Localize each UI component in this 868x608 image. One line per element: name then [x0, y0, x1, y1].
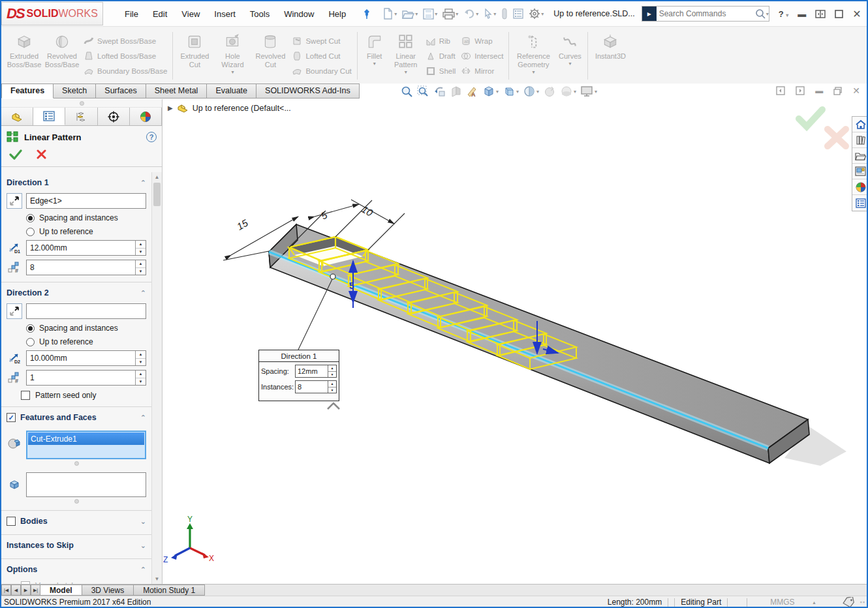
selected-edge[interactable] [269, 252, 768, 448]
graphics-viewport[interactable]: 15 5 10 5 [163, 99, 868, 584]
collapse-chevron-icon[interactable]: ⌃ [140, 289, 146, 297]
swept-boss-base-button[interactable]: Swept Boss/Base [84, 36, 167, 46]
callout-spacing-input[interactable]: 12mm ▲▼ [295, 365, 337, 378]
tab-3d-views[interactable]: 3D Views [82, 585, 134, 596]
spinner-arrows[interactable]: ▲▼ [135, 371, 146, 385]
search-scope-icon[interactable]: ▸ [642, 7, 657, 21]
view-orientation-icon[interactable]: ▾ [482, 85, 499, 98]
reference-geometry-button[interactable]: Reference Geometry ▾ [512, 29, 555, 82]
zoom-area-icon[interactable] [417, 85, 429, 98]
extruded-boss-base-button[interactable]: Extruded Boss/Base [5, 29, 43, 82]
flyout-part-label[interactable]: Up to reference (Default<... [193, 104, 291, 113]
dropdown-arrow-icon[interactable]: ▾ [373, 61, 376, 67]
dropdown-arrow-icon[interactable]: ▾ [456, 11, 458, 17]
view-settings-icon[interactable]: ▾ [580, 85, 597, 98]
direction1-up-to-reference-radio[interactable]: Up to reference [26, 227, 147, 236]
new-document-button[interactable]: ▾ [380, 7, 399, 21]
draft-button[interactable]: Draft [426, 51, 456, 61]
spinner-arrows[interactable]: ▲▼ [328, 365, 336, 377]
shell-button[interactable]: Shell [426, 66, 456, 76]
tab-scroll-last-button[interactable]: ▶| [31, 585, 40, 596]
panel-scrollbar[interactable]: ▲ ▼ [151, 172, 162, 584]
configurationmanager-tab[interactable] [65, 108, 97, 125]
dimxpertmanager-tab[interactable] [98, 108, 130, 125]
lofted-boss-base-button[interactable]: Lofted Boss/Base [84, 51, 167, 61]
maximize-button[interactable] [835, 10, 843, 18]
collapse-chevron-icon[interactable]: ⌃ [140, 414, 146, 422]
callout-instances-input[interactable]: 8 ▲▼ [295, 380, 337, 393]
direction1-spacing-instances-radio[interactable]: Spacing and instances [26, 213, 147, 222]
revolved-cut-button[interactable]: Revolved Cut [251, 29, 289, 82]
direction1-reverse-button[interactable] [7, 193, 22, 209]
dropdown-arrow-icon[interactable]: ▾ [476, 11, 478, 17]
pane-right-icon[interactable] [796, 86, 805, 95]
expand-chevron-icon[interactable]: ⌄ [140, 517, 146, 526]
dropdown-arrow-icon[interactable]: ▾ [435, 11, 437, 17]
close-button[interactable]: ✕ [852, 8, 861, 20]
previous-view-icon[interactable] [433, 85, 446, 98]
menu-file[interactable]: File [117, 7, 146, 22]
close-doc-icon[interactable]: ✕ [852, 85, 860, 96]
direction1-instances-input[interactable]: 8 ▲▼ [26, 260, 146, 275]
help-button[interactable]: ? ▾ [779, 9, 789, 19]
spinner-arrows[interactable]: ▲▼ [135, 351, 146, 365]
flyout-expand-icon[interactable]: ▶ [168, 104, 173, 112]
units-selector[interactable]: MMGS [770, 598, 794, 607]
menu-window[interactable]: Window [277, 7, 321, 22]
tab-solidworks-addins[interactable]: SOLIDWORKS Add-Ins [256, 84, 360, 99]
hole-wizard-button[interactable]: Hole Wizard ▾ [213, 29, 251, 82]
boundary-boss-base-button[interactable]: Boundary Boss/Base [84, 66, 167, 76]
panel-resize-grip[interactable] [1, 99, 162, 108]
linear-pattern-button[interactable]: Linear Pattern ▾ [389, 29, 423, 82]
magnet-mate-icon[interactable] [499, 7, 510, 21]
spinner-arrows[interactable]: ▲▼ [328, 381, 336, 393]
dropdown-arrow-icon[interactable]: ▾ [541, 11, 544, 17]
search-icon[interactable] [754, 8, 766, 20]
features-to-pattern-list[interactable]: Cut-Extrude1 [26, 431, 146, 459]
dropdown-arrow-icon[interactable]: ▾ [394, 11, 397, 17]
tab-evaluate[interactable]: Evaluate [207, 84, 256, 99]
faces-to-pattern-list[interactable] [26, 472, 146, 497]
search-commands-box[interactable]: ▸ ▾ [642, 6, 769, 22]
design-library-icon[interactable] [852, 132, 868, 148]
restore-panes-button[interactable] [815, 10, 826, 18]
menu-edit[interactable]: Edit [146, 7, 174, 22]
tab-sketch[interactable]: Sketch [54, 84, 96, 99]
dropdown-arrow-icon[interactable]: ▾ [574, 89, 576, 95]
feature-tree-flyout[interactable]: ▶ Up to reference (Default<... [168, 103, 291, 113]
rib-button[interactable]: Rib [426, 36, 456, 46]
menu-view[interactable]: View [174, 7, 207, 22]
displaymanager-tab[interactable] [130, 108, 162, 125]
confirmation-corner[interactable] [799, 110, 846, 146]
apply-scene-icon[interactable]: ▾ [560, 85, 576, 98]
list-item-selected[interactable]: Cut-Extrude1 [28, 433, 144, 445]
menu-insert[interactable]: Insert [207, 7, 243, 22]
section-view-icon[interactable] [450, 85, 462, 98]
callout-collapse-chevron[interactable] [328, 403, 339, 409]
dropdown-arrow-icon[interactable]: ▾ [516, 89, 519, 95]
extruded-cut-button[interactable]: Extruded Cut [176, 29, 213, 82]
lofted-cut-button[interactable]: Lofted Cut [292, 51, 351, 61]
ok-button[interactable] [9, 149, 22, 160]
pin-menu-icon[interactable] [362, 8, 371, 19]
minimize-doc-icon[interactable]: ▬ [815, 86, 823, 95]
pattern-seed-only-checkbox[interactable]: Pattern seed only [21, 391, 147, 400]
display-style-icon[interactable]: ▾ [503, 85, 519, 98]
scrollbar-thumb[interactable] [153, 183, 161, 206]
annotations-icon[interactable]: A [466, 85, 478, 98]
list-resize-grip[interactable] [74, 461, 79, 466]
scroll-down-icon[interactable]: ▼ [152, 574, 162, 584]
bodies-checkbox[interactable] [7, 517, 16, 526]
save-button[interactable]: ▾ [421, 7, 439, 21]
zoom-fit-icon[interactable] [401, 85, 413, 98]
dropdown-arrow-icon[interactable]: ▾ [493, 11, 496, 17]
select-button[interactable]: ▾ [482, 7, 498, 20]
resize-grip[interactable]: ▪▪ [860, 599, 865, 605]
direction2-selection-field[interactable] [26, 303, 146, 319]
direction2-up-to-reference-radio[interactable]: Up to reference [26, 337, 147, 346]
minimize-button[interactable]: ▬ [798, 9, 806, 19]
wrap-button[interactable]: abWrap [461, 36, 503, 46]
units-dropdown-icon[interactable]: ▴ [813, 600, 816, 605]
direction1-selection-field[interactable]: Edge<1> [26, 193, 146, 209]
collapse-chevron-icon[interactable]: ⌃ [140, 179, 146, 187]
